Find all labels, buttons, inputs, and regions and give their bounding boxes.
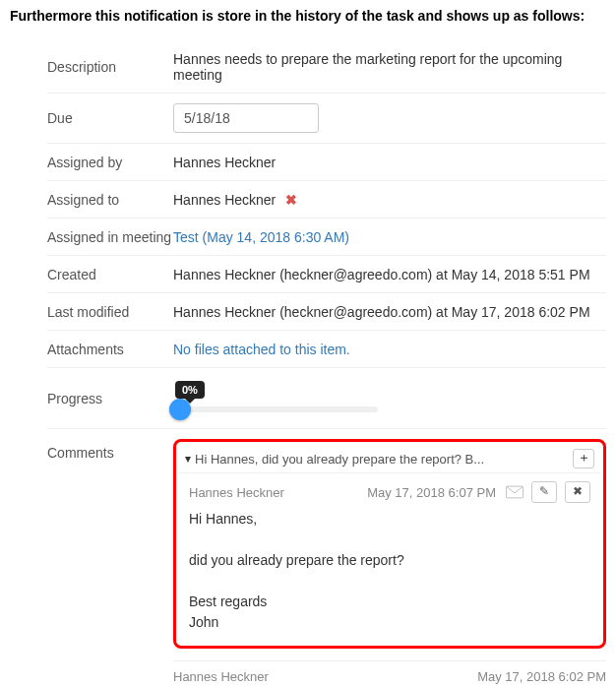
row-created: Created Hannes Heckner (heckner@agreedo.… [47,256,606,293]
value-assigned-by: Hannes Heckner [173,155,606,170]
value-description: Hannes needs to prepare the marketing re… [173,51,606,83]
comment-author: Hannes Heckner [189,485,284,500]
history-time: May 17, 2018 6:02 PM [477,669,606,684]
meeting-link[interactable]: Test (May 14, 2018 6:30 AM) [173,229,606,245]
label-comments: Comments [47,439,173,687]
comment-time: May 17, 2018 6:07 PM [367,485,496,500]
label-assigned-meeting: Assigned in meeting [47,229,173,245]
intro-text: Furthermore this notification is store i… [10,8,606,24]
row-assigned-to: Assigned to Hannes Heckner ✖ [47,181,606,219]
row-comments: Comments ▾ Hi Hannes, did you already pr… [47,429,606,687]
label-last-modified: Last modified [47,304,173,320]
progress-slider[interactable] [171,406,378,412]
row-assigned-by: Assigned by Hannes Heckner [47,144,606,181]
value-last-modified: Hannes Heckner (heckner@agreedo.com) at … [173,304,606,320]
history-item: Hannes Heckner May 17, 2018 6:02 PM Chan… [173,660,606,687]
value-assigned-to: Hannes Heckner [173,192,276,208]
remove-assignee-icon[interactable]: ✖ [285,192,297,208]
label-created: Created [47,267,173,282]
comment-summary: Hi Hannes, did you already prepare the r… [195,452,567,467]
chevron-down-icon[interactable]: ▾ [185,452,191,466]
edit-comment-button[interactable]: ✎ [531,481,557,503]
mail-icon [506,485,524,499]
label-progress: Progress [47,391,173,406]
delete-comment-button[interactable]: ✖ [565,481,590,503]
row-attachments: Attachments No files attached to this it… [47,331,606,368]
row-assigned-in-meeting: Assigned in meeting Test (May 14, 2018 6… [47,219,606,256]
attachments-link[interactable]: No files attached to this item. [173,342,606,357]
due-date-input[interactable] [173,103,319,133]
label-description: Description [47,59,173,75]
row-progress: Progress 0% [47,368,606,429]
row-due: Due [47,94,606,144]
label-assigned-to: Assigned to [47,192,173,208]
highlighted-comment-box: ▾ Hi Hannes, did you already prepare the… [173,439,606,649]
progress-slider-thumb[interactable] [169,399,191,420]
row-last-modified: Last modified Hannes Heckner (heckner@ag… [47,293,606,331]
row-description: Description Hannes needs to prepare the … [47,41,606,94]
comment-body: Hi Hannes, did you already prepare the r… [189,503,590,633]
history-author: Hannes Heckner [173,669,269,684]
label-assigned-by: Assigned by [47,155,173,170]
label-due: Due [47,110,173,126]
add-comment-button[interactable]: ＋ [573,449,594,468]
value-created: Hannes Heckner (heckner@agreedo.com) at … [173,267,606,282]
progress-badge: 0% [175,381,205,399]
label-attachments: Attachments [47,342,173,357]
